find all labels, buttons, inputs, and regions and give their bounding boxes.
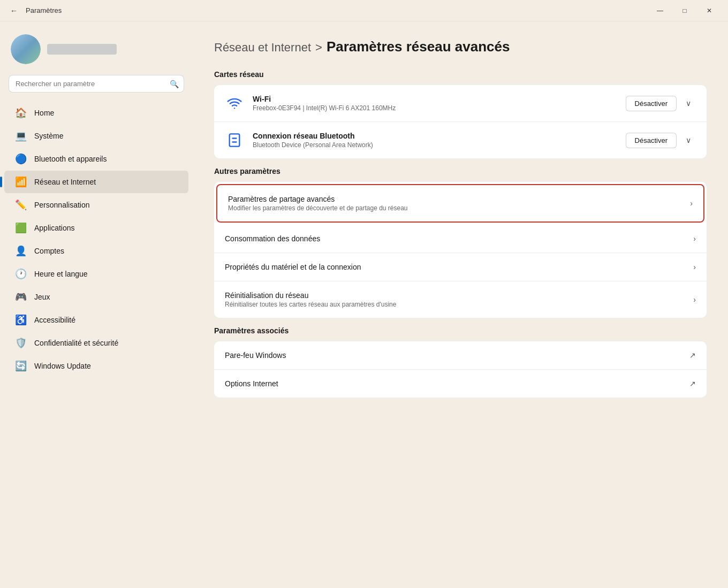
nav-label-network: Réseau et Internet: [34, 178, 96, 186]
adapter-item-1: Connexion réseau Bluetooth Bluetooth Dev…: [214, 122, 707, 158]
close-button[interactable]: ✕: [697, 2, 722, 19]
nav-icon-privacy: 🛡️: [15, 337, 27, 349]
nav-icon-accessibility: ♿: [15, 314, 27, 326]
nav-label-apps: Applications: [34, 224, 75, 232]
autres-text-1: Consommation des données: [225, 234, 687, 243]
autres-parametre-title: Autres paramètres: [214, 167, 707, 175]
associes-item-1[interactable]: Options Internet ↗: [214, 370, 707, 398]
sidebar: 🔍 🏠 Home 💻 Système 🔵 Bluetooth et appare…: [0, 21, 193, 588]
adapter-actions-1: Désactiver ∨: [626, 133, 696, 148]
autres-item-0[interactable]: Paramètres de partage avancés Modifier l…: [216, 184, 704, 223]
autres-text-2: Propriétés du matériel et de la connexio…: [225, 263, 687, 271]
adapter-sub-1: Bluetooth Device (Personal Area Network): [253, 141, 617, 149]
sidebar-item-time[interactable]: 🕐 Heure et langue: [4, 263, 188, 285]
search-input[interactable]: [9, 75, 184, 93]
adapter-name-1: Connexion réseau Bluetooth: [253, 132, 617, 140]
nav-icon-network: 📶: [15, 176, 27, 188]
external-link-icon-1: ↗: [689, 379, 696, 388]
sidebar-item-apps[interactable]: 🟩 Applications: [4, 217, 188, 239]
app-body: 🔍 🏠 Home 💻 Système 🔵 Bluetooth et appare…: [0, 21, 728, 588]
titlebar: ← Paramètres — □ ✕: [0, 0, 728, 21]
adapter-actions-0: Désactiver ∨: [626, 96, 696, 111]
nav-label-update: Windows Update: [34, 362, 91, 370]
associes-text-1: Options Internet: [225, 379, 683, 388]
nav-icon-system: 💻: [15, 130, 27, 142]
disable-button-0[interactable]: Désactiver: [626, 96, 677, 111]
sidebar-item-accounts[interactable]: 👤 Comptes: [4, 240, 188, 262]
sidebar-item-privacy[interactable]: 🛡️ Confidentialité et sécurité: [4, 332, 188, 354]
nav-list: 🏠 Home 💻 Système 🔵 Bluetooth et appareil…: [0, 101, 193, 378]
minimize-button[interactable]: —: [648, 2, 672, 19]
nav-icon-personalisation: ✏️: [15, 199, 27, 211]
chevron-icon-3: ›: [693, 295, 696, 304]
nav-icon-update: 🔄: [15, 360, 27, 372]
sidebar-item-system[interactable]: 💻 Système: [4, 125, 188, 147]
autres-item-1[interactable]: Consommation des données ›: [214, 225, 707, 253]
associes-title-0: Pare-feu Windows: [225, 351, 683, 360]
adapter-name-0: Wi-Fi: [253, 95, 617, 103]
sidebar-item-bluetooth[interactable]: 🔵 Bluetooth et appareils: [4, 148, 188, 170]
autres-item-3[interactable]: Réinitialisation du réseau Réinitialiser…: [214, 281, 707, 318]
nav-label-accessibility: Accessibilité: [34, 316, 75, 324]
nav-label-system: Système: [34, 132, 63, 140]
avatar: [11, 34, 41, 64]
nav-icon-bluetooth: 🔵: [15, 153, 27, 165]
sidebar-item-network[interactable]: 📶 Réseau et Internet: [4, 171, 188, 193]
autres-text-3: Réinitialisation du réseau Réinitialiser…: [225, 291, 687, 308]
adapter-icon-1: [225, 131, 244, 150]
profile-section: [0, 30, 193, 75]
autres-sub-0: Modifier les paramètres de découverte et…: [228, 204, 684, 212]
nav-icon-accounts: 👤: [15, 245, 27, 257]
external-link-icon-0: ↗: [689, 351, 696, 360]
nav-icon-games: 🎮: [15, 291, 27, 303]
nav-label-privacy: Confidentialité et sécurité: [34, 339, 118, 347]
autres-text-0: Paramètres de partage avancés Modifier l…: [228, 195, 684, 212]
associes-card: Pare-feu Windows ↗ Options Internet ↗: [214, 341, 707, 398]
nav-label-games: Jeux: [34, 293, 50, 301]
associes-title: Paramètres associés: [214, 326, 707, 335]
titlebar-title: Paramètres: [26, 6, 648, 14]
autres-title-2: Propriétés du matériel et de la connexio…: [225, 263, 687, 271]
breadcrumb: Réseau et Internet > Paramètres réseau a…: [214, 39, 707, 55]
maximize-button[interactable]: □: [672, 2, 697, 19]
nav-label-home: Home: [34, 109, 54, 117]
autres-title-0: Paramètres de partage avancés: [228, 195, 684, 203]
nav-label-time: Heure et langue: [34, 270, 88, 278]
nav-icon-home: 🏠: [15, 107, 27, 119]
sidebar-item-personalisation[interactable]: ✏️ Personnalisation: [4, 194, 188, 216]
search-container: 🔍: [9, 75, 184, 93]
svg-rect-1: [230, 134, 240, 146]
chevron-icon-1: ›: [693, 234, 696, 243]
nav-label-accounts: Comptes: [34, 247, 64, 255]
associes-item-0[interactable]: Pare-feu Windows ↗: [214, 341, 707, 370]
avatar-image: [11, 34, 41, 64]
adapter-item-0: Wi-Fi Freebox-0E3F94 | Intel(R) Wi-Fi 6 …: [214, 85, 707, 122]
autres-title-3: Réinitialisation du réseau: [225, 291, 687, 300]
sidebar-item-update[interactable]: 🔄 Windows Update: [4, 355, 188, 377]
associes-title-1: Options Internet: [225, 379, 683, 388]
sidebar-item-home[interactable]: 🏠 Home: [4, 102, 188, 124]
cartes-reseau-title: Cartes réseau: [214, 70, 707, 79]
disable-button-1[interactable]: Désactiver: [626, 133, 677, 148]
expand-button-0[interactable]: ∨: [681, 96, 696, 111]
nav-label-personalisation: Personnalisation: [34, 201, 90, 209]
adapter-text-0: Wi-Fi Freebox-0E3F94 | Intel(R) Wi-Fi 6 …: [253, 95, 617, 112]
nav-icon-time: 🕐: [15, 268, 27, 280]
nav-icon-apps: 🟩: [15, 222, 27, 234]
main-content: Réseau et Internet > Paramètres réseau a…: [193, 21, 728, 588]
sidebar-item-accessibility[interactable]: ♿ Accessibilité: [4, 309, 188, 331]
autres-title-1: Consommation des données: [225, 234, 687, 243]
chevron-icon-2: ›: [693, 263, 696, 271]
adapter-icon-0: [225, 94, 244, 113]
adapter-text-1: Connexion réseau Bluetooth Bluetooth Dev…: [253, 132, 617, 149]
cartes-reseau-card: Wi-Fi Freebox-0E3F94 | Intel(R) Wi-Fi 6 …: [214, 85, 707, 158]
autres-parametre-card: Paramètres de partage avancés Modifier l…: [214, 182, 707, 318]
associes-text-0: Pare-feu Windows: [225, 351, 683, 360]
autres-item-2[interactable]: Propriétés du matériel et de la connexio…: [214, 253, 707, 281]
sidebar-item-games[interactable]: 🎮 Jeux: [4, 286, 188, 308]
titlebar-controls: — □ ✕: [648, 2, 722, 19]
expand-button-1[interactable]: ∨: [681, 133, 696, 148]
back-button[interactable]: ←: [6, 3, 21, 18]
autres-sub-3: Réinitialiser toutes les cartes réseau a…: [225, 301, 687, 308]
adapter-sub-0: Freebox-0E3F94 | Intel(R) Wi-Fi 6 AX201 …: [253, 104, 617, 112]
